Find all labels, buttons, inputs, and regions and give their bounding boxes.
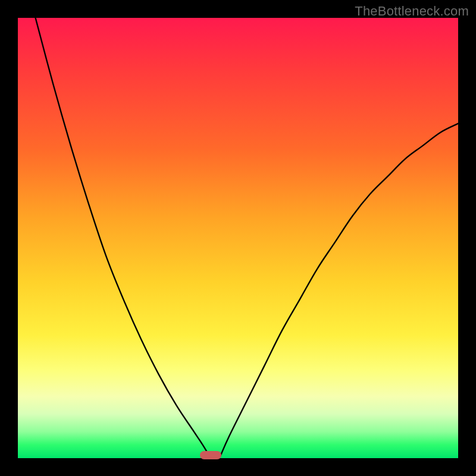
watermark-text: TheBottleneck.com (355, 4, 469, 19)
plot-area (18, 18, 458, 458)
chart-frame: TheBottleneck.com (0, 0, 476, 476)
bottleneck-curve (18, 18, 458, 458)
optimal-marker (200, 451, 221, 459)
